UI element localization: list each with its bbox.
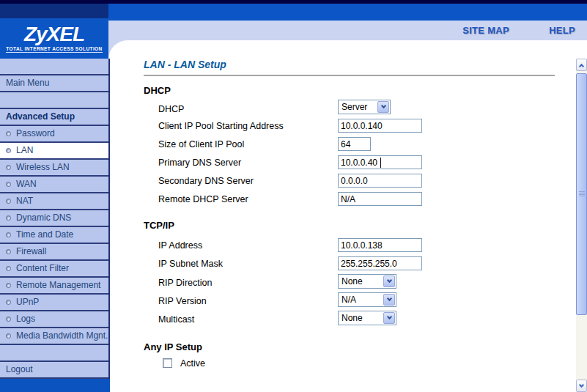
field-row-secondary-dns: Secondary DNS Server	[158, 174, 569, 190]
radio-bullet-icon	[6, 165, 11, 170]
client-ip-pool-start-input[interactable]	[338, 119, 422, 133]
sidebar-item-firewall[interactable]: Firewall	[0, 244, 108, 261]
chevron-down-icon[interactable]	[383, 312, 395, 324]
active-checkbox[interactable]	[163, 358, 172, 368]
field-row-client-ip-pool-start: Client IP Pool Starting Address	[158, 119, 569, 135]
radio-bullet-icon	[6, 232, 11, 237]
field-row-pool-size: Size of Client IP Pool	[158, 137, 569, 153]
radio-bullet-icon	[6, 131, 11, 136]
sidebar-item-main-menu[interactable]: Main Menu	[0, 75, 108, 92]
sidebar-item-remote-management[interactable]: Remote Management	[0, 278, 108, 295]
sidebar-spacer	[0, 345, 108, 362]
radio-bullet-icon	[6, 199, 11, 204]
chevron-down-icon[interactable]	[377, 101, 389, 113]
field-row-primary-dns: Primary DNS Server	[158, 155, 569, 171]
sidebar-item-media-bandwidth-mgnt[interactable]: Media Bandwidth Mgnt.	[0, 328, 108, 345]
radio-bullet-icon	[6, 333, 11, 339]
sidebar-item-time-and-date[interactable]: Time and Date	[0, 227, 108, 244]
client-ip-pool-start-label: Client IP Pool Starting Address	[158, 119, 284, 133]
radio-bullet-icon	[6, 300, 11, 305]
header-blue-bar	[108, 4, 587, 21]
ip-address-input[interactable]	[338, 238, 422, 252]
field-row-remote-dhcp: Remote DHCP Server	[158, 192, 569, 208]
sidebar-item-wireless-lan[interactable]: Wireless LAN	[0, 160, 108, 177]
sidebar-item-advanced-setup[interactable]: Advanced Setup	[0, 109, 108, 126]
pool-size-input[interactable]	[338, 137, 371, 151]
ip-address-label: IP Address	[158, 238, 202, 253]
sidebar-item-logout[interactable]: Logout	[0, 362, 108, 379]
rip-version-label: RIP Version	[158, 294, 207, 308]
content-area	[108, 40, 576, 392]
field-row-multicast: Multicast None	[158, 311, 569, 327]
secondary-dns-label: Secondary DNS Server	[158, 174, 254, 188]
sidebar-spacer	[0, 59, 108, 75]
dhcp-section-heading: DHCP	[144, 85, 171, 96]
title-divider	[144, 75, 555, 76]
sidebar-spacer	[0, 92, 108, 109]
scroll-up-icon[interactable]	[576, 59, 587, 71]
sidebar-item-nat[interactable]: NAT	[0, 193, 108, 210]
radio-bullet-icon	[6, 266, 11, 271]
field-row-rip-version: RIP Version N/A	[158, 292, 569, 308]
sidebar-item-dynamic-dns[interactable]: Dynamic DNS	[0, 210, 108, 227]
scrollbar-grip	[579, 191, 585, 197]
sidebar-item-wan[interactable]: WAN	[0, 177, 108, 193]
sidebar-footer-block	[0, 379, 110, 392]
field-row-active: Active	[158, 358, 569, 374]
site-map-link[interactable]: SITE MAP	[462, 21, 509, 40]
active-checkbox-label: Active	[180, 358, 205, 369]
secondary-dns-input[interactable]	[338, 174, 422, 188]
radio-bullet-icon	[6, 182, 11, 187]
sidebar-item-upnp[interactable]: UPnP	[0, 295, 108, 311]
pool-size-label: Size of Client IP Pool	[158, 137, 244, 152]
sidebar-item-logs[interactable]: Logs	[0, 311, 108, 328]
remote-dhcp-input[interactable]	[338, 192, 422, 206]
field-row-dhcp: DHCP Server	[158, 100, 569, 116]
scroll-down-icon[interactable]	[576, 380, 587, 392]
sidebar-item-content-filter[interactable]: Content Filter	[0, 261, 108, 278]
subnet-mask-label: IP Subnet Mask	[158, 256, 223, 271]
radio-bullet-icon	[6, 317, 11, 322]
dhcp-select[interactable]: Server	[338, 100, 391, 114]
chevron-down-icon[interactable]	[383, 275, 395, 287]
logo-tagline: TOTAL INTERNET ACCESS SOLUTION	[6, 46, 102, 53]
remote-dhcp-label: Remote DHCP Server	[158, 192, 248, 207]
radio-bullet-icon	[6, 283, 11, 288]
vertical-scrollbar[interactable]	[576, 59, 587, 392]
sidebar-item-password[interactable]: Password	[0, 126, 108, 143]
primary-dns-label: Primary DNS Server	[158, 155, 241, 170]
field-row-ip-address: IP Address	[158, 238, 569, 254]
radio-bullet-icon	[6, 249, 11, 254]
multicast-select[interactable]: None	[338, 311, 396, 325]
header-band	[108, 21, 587, 40]
any-ip-section-heading: Any IP Setup	[144, 341, 202, 352]
logo-title: ZyXEL	[24, 24, 84, 45]
subnet-mask-input[interactable]	[338, 256, 422, 270]
rip-direction-select[interactable]: None	[338, 274, 396, 289]
tcpip-section-heading: TCP/IP	[144, 220, 174, 231]
radio-bullet-icon	[6, 148, 11, 153]
sidebar: Main Menu Advanced Setup Password LAN Wi…	[0, 59, 110, 392]
scrollbar-thumb[interactable]	[576, 73, 587, 315]
field-row-subnet-mask: IP Subnet Mask	[158, 256, 569, 273]
text-caret	[380, 158, 381, 168]
chevron-down-icon[interactable]	[383, 294, 395, 306]
multicast-label: Multicast	[158, 312, 194, 327]
sidebar-item-lan[interactable]: LAN	[0, 143, 108, 160]
zyxel-logo: ZyXEL TOTAL INTERNET ACCESS SOLUTION	[0, 18, 108, 59]
field-row-rip-direction: RIP Direction None	[158, 274, 569, 290]
rip-version-select[interactable]: N/A	[338, 292, 396, 307]
radio-bullet-icon	[6, 215, 11, 221]
page-title: LAN - LAN Setup	[144, 59, 226, 70]
rip-direction-label: RIP Direction	[158, 275, 212, 290]
help-link[interactable]: HELP	[549, 21, 575, 40]
dhcp-label: DHCP	[158, 102, 184, 117]
